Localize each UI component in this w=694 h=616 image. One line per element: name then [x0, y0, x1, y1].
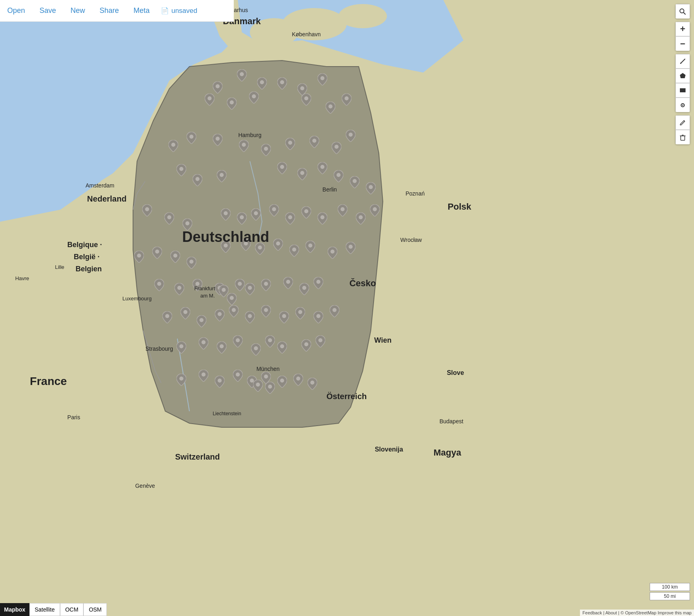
draw-line-button[interactable]	[675, 54, 690, 69]
unsaved-indicator: 📄 unsaved	[161, 7, 197, 15]
attr-sep2: | ©	[618, 610, 625, 615]
draw-point-button[interactable]	[675, 98, 690, 112]
satellite-basemap-button[interactable]: Satellite	[29, 603, 60, 616]
scale-km: 100 km	[650, 583, 690, 591]
scale-mi: 50 mi	[650, 592, 690, 600]
about-link[interactable]: About	[605, 610, 617, 615]
draw-polygon-button[interactable]	[675, 69, 690, 83]
meta-button[interactable]: Meta	[130, 5, 153, 17]
save-button[interactable]: Save	[36, 5, 59, 17]
search-button[interactable]	[675, 4, 690, 19]
improve-link[interactable]: Improve this map	[658, 610, 692, 615]
svg-point-3	[339, 4, 387, 28]
bottombar: Mapbox Satellite OCM OSM	[0, 603, 107, 616]
svg-line-103	[684, 12, 686, 15]
search-group	[675, 4, 690, 19]
search-icon	[679, 8, 686, 15]
point-icon	[679, 102, 686, 109]
svg-line-104	[680, 59, 685, 64]
attribution-bar: Feedback | About | © OpenStreetMap Impro…	[580, 610, 694, 616]
topbar: Open Save New Share Meta 📄 unsaved	[0, 0, 234, 22]
share-button[interactable]: Share	[96, 5, 122, 17]
svg-rect-110	[681, 136, 685, 140]
document-icon: 📄	[161, 7, 169, 15]
svg-rect-107	[680, 88, 686, 92]
scale: 100 km 50 mi	[650, 583, 690, 601]
pencil-icon	[679, 58, 686, 65]
draw-rectangle-button[interactable]	[675, 83, 690, 98]
zoom-out-button[interactable]: −	[675, 36, 690, 51]
edit-icon	[679, 119, 686, 126]
unsaved-label: unsaved	[171, 7, 197, 15]
edit-button[interactable]	[675, 115, 690, 130]
zoom-group: + −	[675, 22, 690, 51]
feedback-link[interactable]: Feedback	[582, 610, 602, 615]
edit-group	[675, 115, 690, 144]
ocm-basemap-button[interactable]: OCM	[60, 603, 84, 616]
trash-icon	[679, 134, 686, 141]
new-button[interactable]: New	[67, 5, 88, 17]
svg-marker-106	[680, 73, 686, 78]
openstreetmap-text: OpenStreetMap	[625, 610, 657, 615]
delete-button[interactable]	[675, 130, 690, 144]
rectangle-icon	[679, 87, 686, 94]
right-controls: + −	[675, 4, 690, 147]
svg-point-102	[680, 9, 684, 13]
svg-point-109	[682, 104, 684, 106]
zoom-in-button[interactable]: +	[675, 22, 690, 36]
map-svg	[0, 0, 694, 616]
draw-tools-group	[675, 54, 690, 112]
open-button[interactable]: Open	[4, 5, 28, 17]
polygon-icon	[679, 72, 686, 79]
osm-basemap-button[interactable]: OSM	[83, 603, 107, 616]
mapbox-logo: Mapbox	[0, 603, 29, 616]
svg-point-2	[282, 8, 347, 40]
map-container	[0, 0, 694, 616]
